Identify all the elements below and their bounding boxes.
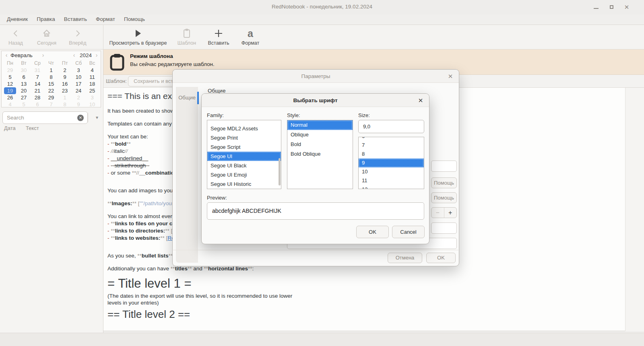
calendar-day[interactable]: 4 xyxy=(3,101,17,108)
calendar-day[interactable]: 29 xyxy=(44,94,58,101)
today-button[interactable]: Сегодня xyxy=(31,27,62,47)
calendar-day[interactable]: 18 xyxy=(85,80,99,87)
calendar-day[interactable]: 1 xyxy=(44,67,58,74)
family-option[interactable]: Segoe Script xyxy=(207,142,281,152)
calendar-day[interactable]: 27 xyxy=(17,94,31,101)
calendar-day[interactable]: 14 xyxy=(31,80,44,87)
prefs-entry-fragment-1[interactable] xyxy=(431,161,457,172)
preview-in-browser-button[interactable]: Просмотреть в браузере xyxy=(105,27,171,47)
size-option[interactable]: 10 xyxy=(359,167,424,176)
help-button-1[interactable]: Помощь xyxy=(431,177,457,188)
next-year-button[interactable]: › xyxy=(94,52,99,58)
family-option[interactable]: Segoe Print xyxy=(207,133,281,142)
calendar-day[interactable]: 8 xyxy=(58,101,72,108)
calendar-day[interactable]: 1 xyxy=(58,94,72,101)
template-button[interactable]: Шаблон xyxy=(171,27,202,47)
font-dialog-close-icon[interactable]: ✕ xyxy=(417,97,425,105)
maximize-button[interactable] xyxy=(607,3,616,11)
menu-Дневник[interactable]: Дневник xyxy=(2,14,32,24)
calendar-day[interactable]: 16 xyxy=(58,80,72,87)
format-button[interactable]: a Формат xyxy=(237,27,264,47)
calendar-day[interactable]: 6 xyxy=(17,74,31,80)
calendar-day[interactable]: 2 xyxy=(58,67,72,74)
calendar-day[interactable]: 25 xyxy=(85,87,99,94)
family-option[interactable]: Segoe UI Historic xyxy=(207,179,281,189)
size-option[interactable]: 7 xyxy=(359,141,424,150)
style-option[interactable]: Bold xyxy=(287,140,353,149)
size-option[interactable]: 12 xyxy=(359,185,424,189)
family-list-scrollbar[interactable] xyxy=(279,158,281,185)
prefs-ok-button[interactable]: OK xyxy=(426,253,456,263)
calendar-day[interactable]: 12 xyxy=(3,80,17,87)
calendar-day[interactable]: 30 xyxy=(17,67,31,74)
style-option[interactable]: Normal xyxy=(287,120,353,130)
search-input[interactable]: Search ✕ xyxy=(2,111,88,124)
size-option[interactable]: 9 xyxy=(359,159,424,167)
calendar-day[interactable]: 24 xyxy=(72,87,85,94)
preview-input[interactable]: abcdefghijk ABCDEFGHIJK xyxy=(207,202,424,220)
calendar-day[interactable]: 22 xyxy=(44,87,58,94)
size-option[interactable]: 6 xyxy=(359,137,424,141)
column-header-date[interactable]: Дата xyxy=(4,125,16,131)
tab-general[interactable]: Общие xyxy=(176,95,198,101)
calendar-day[interactable]: 8 xyxy=(44,74,58,80)
increase-button[interactable]: + xyxy=(444,208,457,218)
calendar-day[interactable]: 29 xyxy=(3,67,17,74)
calendar-day[interactable]: 5 xyxy=(3,74,17,80)
family-option[interactable]: Segoe MDL2 Assets xyxy=(207,124,281,133)
calendar-day[interactable]: 9 xyxy=(72,101,85,108)
menu-Вставить[interactable]: Вставить xyxy=(60,14,91,24)
style-option[interactable]: Oblique xyxy=(287,130,353,140)
editor-scrollbar[interactable] xyxy=(625,88,644,331)
prefs-entry-fragment-2[interactable] xyxy=(431,222,457,234)
calendar-day[interactable]: 15 xyxy=(44,80,58,87)
menu-Формат[interactable]: Формат xyxy=(91,14,120,24)
calendar-day[interactable]: 5 xyxy=(17,101,31,108)
calendar-day[interactable]: 10 xyxy=(72,74,85,80)
calendar-day[interactable]: 3 xyxy=(72,67,85,74)
prefs-cancel-button[interactable]: Отмена xyxy=(388,253,422,263)
next-month-button[interactable]: › xyxy=(41,52,45,58)
menu-Помощь[interactable]: Помощь xyxy=(120,14,149,24)
calendar-day[interactable]: 26 xyxy=(3,94,17,101)
size-option[interactable]: 11 xyxy=(359,176,424,185)
size-option[interactable]: 8 xyxy=(359,150,424,159)
clear-search-icon[interactable]: ✕ xyxy=(77,115,84,121)
help-button-2[interactable]: Помощь xyxy=(431,192,457,203)
family-option[interactable]: Segoe UI Emoji xyxy=(207,170,281,179)
prev-year-button[interactable]: ‹ xyxy=(72,52,76,58)
insert-button[interactable]: Вставить xyxy=(204,27,233,47)
prev-month-button[interactable]: ‹ xyxy=(4,52,9,58)
calendar-day[interactable]: 13 xyxy=(17,80,31,87)
calendar-day[interactable]: 17 xyxy=(72,80,85,87)
preferences-close-icon[interactable]: ✕ xyxy=(446,72,454,80)
menu-Правка[interactable]: Правка xyxy=(32,14,60,24)
calendar-day[interactable]: 7 xyxy=(44,101,58,108)
family-option[interactable]: Segoe UI Black xyxy=(207,161,281,170)
calendar-day[interactable]: 4 xyxy=(85,67,99,74)
calendar-day[interactable]: 7 xyxy=(31,74,44,80)
font-cancel-button[interactable]: Cancel xyxy=(392,226,425,238)
calendar-day-selected[interactable]: 19 xyxy=(4,87,16,94)
calendar-day[interactable]: 3 xyxy=(85,94,99,101)
calendar-day[interactable]: 6 xyxy=(31,101,44,108)
calendar-day[interactable]: 23 xyxy=(58,87,72,94)
minimize-button[interactable] xyxy=(592,3,601,11)
forward-button[interactable]: Вперёд xyxy=(65,27,90,47)
style-option[interactable]: Bold Oblique xyxy=(287,149,353,159)
column-header-text[interactable]: Текст xyxy=(26,125,39,131)
calendar-day[interactable]: 20 xyxy=(17,87,31,94)
calendar-day[interactable]: 10 xyxy=(85,101,99,108)
family-option[interactable]: Segoe UI xyxy=(207,152,281,161)
close-button[interactable]: ✕ xyxy=(622,3,631,11)
back-button[interactable]: Назад xyxy=(3,27,28,47)
calendar-day[interactable]: 11 xyxy=(85,74,99,80)
calendar-day[interactable]: 28 xyxy=(31,94,44,101)
calendar-day[interactable]: 2 xyxy=(72,94,85,101)
search-options-dropdown[interactable]: ▾ xyxy=(88,111,101,124)
size-input[interactable]: 9,0 xyxy=(358,120,424,133)
calendar-day[interactable]: 9 xyxy=(58,74,72,80)
decrease-button[interactable]: − xyxy=(431,208,444,218)
calendar-day[interactable]: 21 xyxy=(31,87,44,94)
font-ok-button[interactable]: OK xyxy=(356,226,389,238)
